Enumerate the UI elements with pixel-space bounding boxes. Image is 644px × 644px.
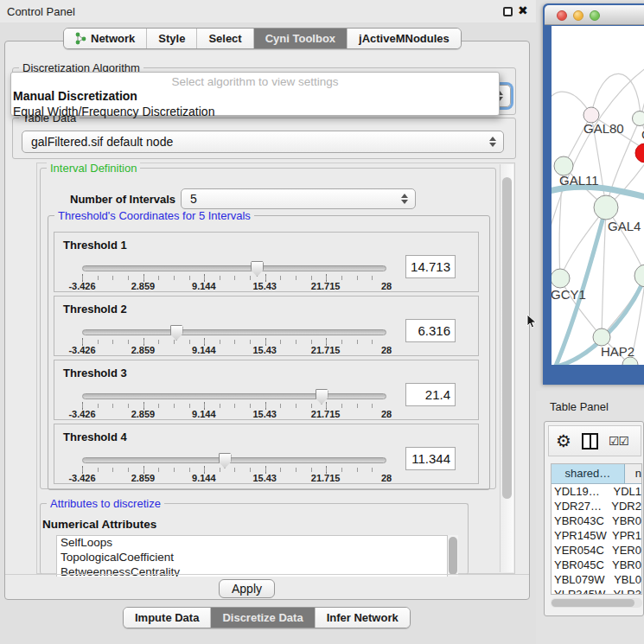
cell: YDL19… bbox=[552, 484, 609, 499]
tab-discretize-data[interactable]: Discretize Data bbox=[211, 608, 315, 628]
dropdown-placeholder: Select algorithm to view settings bbox=[11, 73, 499, 88]
network-node[interactable] bbox=[634, 265, 644, 287]
cell: YBL0 bbox=[610, 572, 641, 587]
apply-button[interactable]: Apply bbox=[219, 579, 275, 598]
cell: YDL1 bbox=[609, 484, 641, 499]
tick-label: 2.859 bbox=[131, 473, 156, 483]
list-item[interactable]: BetweennessCentrality bbox=[57, 565, 447, 577]
close-icon[interactable]: ✖ bbox=[518, 3, 528, 17]
zoom-traffic-light-icon[interactable] bbox=[590, 10, 600, 21]
threshold-3-box: Threshold 3 -3.4262.8599.14415.4321.7152… bbox=[54, 360, 479, 420]
table-row[interactable]: YPR145WYPR1 bbox=[552, 528, 641, 543]
tab-jactivemnodules[interactable]: jActiveMNodules bbox=[348, 29, 461, 48]
thresholds-group: Threshold's Coordinates for 5 Intervals … bbox=[48, 215, 490, 490]
dropdown-option-equal-width-frequency[interactable]: Equal Width/Frequency Discretization bbox=[11, 104, 499, 119]
table-panel-body: ⚙ ☑☑ shared… n YDL19…YDL1 YDR27…YDR2 YBR… bbox=[544, 421, 644, 616]
attributes-scrollbar-thumb[interactable] bbox=[449, 537, 457, 575]
node-label: GAL80 bbox=[583, 121, 624, 136]
table-panel-toolbar: ⚙ ☑☑ bbox=[548, 425, 641, 456]
tab-cyni-toolbox[interactable]: Cyni Toolbox bbox=[254, 29, 348, 48]
network-canvas[interactable]: GAL80 GA C GAL11 GAL4 GCY1 H HAP2 bbox=[552, 26, 644, 365]
network-node[interactable] bbox=[552, 269, 570, 288]
tick-label: 15.43 bbox=[252, 409, 277, 419]
table-row[interactable]: YBR045CYBR0 bbox=[552, 558, 641, 572]
horizontal-scrollbar-thumb[interactable] bbox=[552, 599, 634, 607]
cell: YBR045C bbox=[552, 558, 609, 572]
tab-label: Infer Network bbox=[327, 611, 399, 624]
threshold-4-slider[interactable] bbox=[82, 457, 386, 463]
table-row[interactable]: YLR345WYLR3 bbox=[552, 587, 641, 595]
table-row[interactable]: YDR27…YDR2 bbox=[552, 499, 641, 513]
table-row[interactable]: YDL19…YDL1 bbox=[552, 484, 641, 499]
threshold-1-slider[interactable] bbox=[82, 265, 386, 271]
column-header-shared-name[interactable]: shared… bbox=[552, 464, 625, 483]
tick-label: -3.426 bbox=[68, 409, 95, 419]
tab-select[interactable]: Select bbox=[197, 29, 253, 48]
threshold-label: Threshold 1 bbox=[63, 239, 127, 252]
tab-network[interactable]: Network bbox=[64, 29, 147, 48]
tick-label: 9.144 bbox=[192, 281, 216, 291]
number-of-intervals-combobox[interactable]: 5 bbox=[181, 188, 416, 209]
tab-impute-data[interactable]: Impute Data bbox=[124, 608, 211, 628]
tick-label: 28 bbox=[381, 473, 392, 483]
threshold-4-value-field[interactable]: 11.344 bbox=[405, 447, 456, 470]
node-table[interactable]: shared… n YDL19…YDL1 YDR27…YDR2 YBR043CY… bbox=[551, 463, 642, 595]
threshold-2-slider[interactable] bbox=[82, 329, 386, 335]
slider-ticks bbox=[82, 276, 387, 280]
network-node[interactable] bbox=[633, 112, 644, 126]
gear-icon[interactable]: ⚙ bbox=[556, 432, 571, 450]
threshold-1-value-field[interactable]: 14.713 bbox=[405, 255, 456, 278]
interval-definition-group: Interval Definition Number of Intervals … bbox=[40, 168, 496, 489]
cell: YBL079W bbox=[552, 572, 610, 587]
column-header-name[interactable]: n bbox=[625, 464, 641, 483]
vertical-scrollbar[interactable] bbox=[500, 164, 513, 572]
tick-label: 15.43 bbox=[252, 473, 277, 483]
horizontal-scrollbar[interactable] bbox=[551, 598, 642, 608]
vertical-scrollbar-thumb[interactable] bbox=[502, 177, 512, 499]
numerical-attributes-list[interactable]: SelfLoops TopologicalCoefficient Between… bbox=[56, 535, 448, 577]
minimize-traffic-light-icon[interactable] bbox=[573, 10, 583, 21]
mouse-cursor-icon bbox=[526, 314, 537, 329]
tick-label: 9.144 bbox=[192, 345, 216, 355]
list-item[interactable]: TopologicalCoefficient bbox=[57, 551, 447, 565]
network-graph bbox=[552, 26, 644, 365]
slider-ticks bbox=[82, 340, 387, 344]
network-window-titlebar bbox=[545, 5, 644, 25]
network-node[interactable] bbox=[593, 328, 610, 346]
list-item[interactable]: SelfLoops bbox=[57, 536, 447, 551]
slider-tick-labels: -3.4262.8599.14415.4321.71528 bbox=[82, 281, 386, 291]
table-row[interactable]: YBR043CYBR0 bbox=[552, 513, 641, 528]
checkbox-icons[interactable]: ☑☑ bbox=[609, 434, 628, 448]
split-columns-icon[interactable] bbox=[582, 433, 598, 450]
network-node-selected[interactable] bbox=[635, 143, 644, 163]
tick-label: -3.426 bbox=[68, 473, 95, 483]
threshold-3-value-field[interactable]: 21.4 bbox=[405, 383, 456, 406]
network-node[interactable] bbox=[594, 195, 618, 220]
tick-label: -3.426 bbox=[68, 345, 95, 355]
table-row[interactable]: YER054CYER0 bbox=[552, 543, 641, 558]
cell: YBR043C bbox=[552, 513, 609, 528]
network-view-window: GAL80 GA C GAL11 GAL4 GCY1 H HAP2 bbox=[543, 3, 644, 385]
tick-label: 21.715 bbox=[311, 473, 341, 483]
tab-label: Cyni Toolbox bbox=[265, 32, 335, 45]
threshold-3-slider[interactable] bbox=[82, 393, 386, 399]
float-window-icon[interactable] bbox=[503, 7, 513, 16]
attributes-scrollbar[interactable] bbox=[448, 535, 458, 577]
cyni-bottom-tabbar: Impute Data Discretize Data Infer Networ… bbox=[123, 607, 411, 628]
tab-label: Network bbox=[91, 32, 135, 45]
threshold-2-value-field[interactable]: 6.316 bbox=[405, 319, 456, 342]
network-icon bbox=[75, 32, 86, 45]
cell: YBR0 bbox=[609, 513, 641, 528]
table-row[interactable]: YBL079WYBL0 bbox=[552, 572, 641, 587]
tab-label: Select bbox=[208, 32, 241, 45]
tick-label: 21.715 bbox=[311, 409, 341, 419]
slider-tick-labels: -3.4262.8599.14415.4321.71528 bbox=[82, 345, 386, 355]
close-traffic-light-icon[interactable] bbox=[557, 10, 567, 21]
tab-infer-network[interactable]: Infer Network bbox=[316, 608, 410, 628]
table-data-combobox[interactable]: galFiltered.sif default node bbox=[22, 131, 504, 153]
tab-style[interactable]: Style bbox=[147, 29, 197, 48]
tick-label: 2.859 bbox=[131, 281, 156, 291]
slider-tick-labels: -3.4262.8599.14415.4321.71528 bbox=[82, 409, 386, 419]
dropdown-option-manual-discretization[interactable]: Manual Discretization bbox=[11, 88, 499, 104]
threshold-label: Threshold 2 bbox=[63, 303, 127, 316]
